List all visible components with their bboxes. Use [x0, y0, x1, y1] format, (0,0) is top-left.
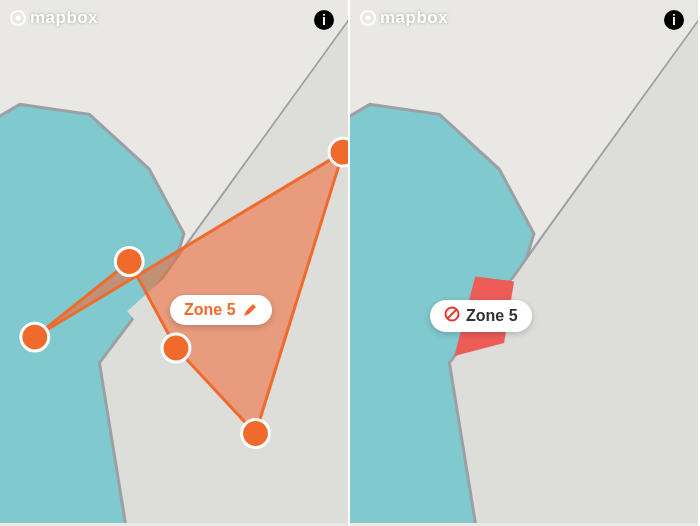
- info-icon[interactable]: i: [314, 10, 334, 30]
- attribution-text: mapbox: [380, 8, 448, 27]
- svg-point-1: [16, 16, 21, 21]
- zone-label-text: Zone 5: [184, 301, 236, 319]
- zone-vertex-handle[interactable]: [242, 420, 270, 448]
- map-canvas-left[interactable]: [0, 0, 348, 523]
- map-panel-edit[interactable]: mapbox i: [0, 0, 350, 526]
- info-icon[interactable]: i: [664, 10, 684, 30]
- zone-vertex-handle[interactable]: [115, 248, 143, 276]
- zone-vertex-handle[interactable]: [162, 334, 190, 362]
- zone-vertex-handle[interactable]: [329, 138, 348, 166]
- svg-line-5: [448, 310, 457, 319]
- zone-label-pill-edit[interactable]: Zone 5: [170, 295, 272, 325]
- zone-label-pill-invalid[interactable]: Zone 5: [430, 300, 532, 332]
- svg-point-3: [366, 16, 371, 21]
- mapbox-logo-icon: [360, 10, 376, 26]
- pencil-icon: [242, 302, 258, 318]
- zone-vertex-handle[interactable]: [21, 323, 49, 351]
- zone-label-text: Zone 5: [466, 307, 518, 325]
- attribution-text: mapbox: [30, 8, 98, 27]
- map-canvas-right[interactable]: [350, 0, 698, 523]
- map-attribution: mapbox: [360, 8, 448, 28]
- mapbox-logo-icon: [10, 10, 26, 26]
- map-panel-invalid[interactable]: mapbox i: [350, 0, 700, 526]
- map-attribution: mapbox: [10, 8, 98, 28]
- no-entry-icon: [444, 306, 460, 326]
